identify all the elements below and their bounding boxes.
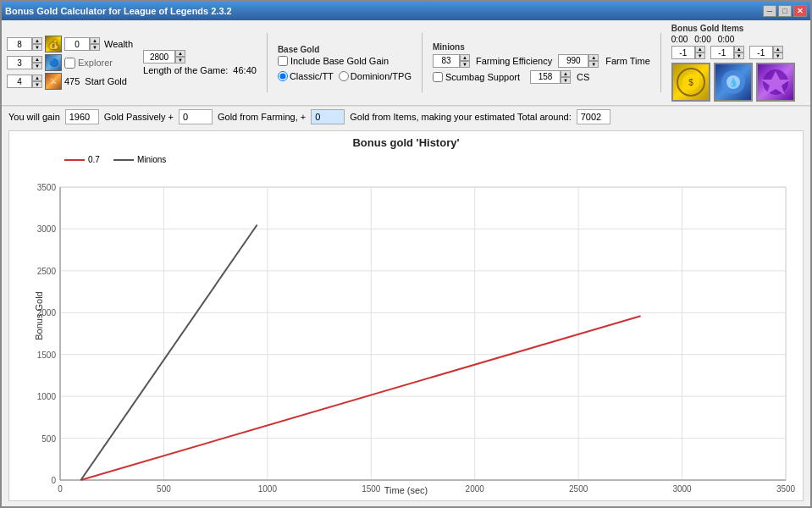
bgi-input1[interactable] (671, 46, 695, 59)
cs-input[interactable] (530, 70, 561, 84)
explorer-spinner[interactable]: ▲ ▼ (7, 56, 42, 69)
passively-value-box: 0 (179, 109, 213, 124)
start-gold-down-btn[interactable]: ▼ (32, 81, 42, 88)
gain-value: 1960 (69, 112, 90, 122)
wealth-val2-up-btn[interactable]: ▲ (90, 37, 100, 44)
bgi-spinner1[interactable]: ▲ ▼ (671, 46, 705, 59)
scumbag-row: Scumbag Support ▲ ▼ CS (433, 70, 650, 84)
dominion-radio[interactable] (339, 71, 349, 81)
wealth-down-btn[interactable]: ▼ (32, 44, 42, 51)
classic-label: Classic/TT (290, 71, 334, 81)
close-button[interactable]: ✕ (793, 5, 807, 17)
wealth-val2-down-btn[interactable]: ▼ (90, 44, 100, 51)
explorer-up-btn[interactable]: ▲ (32, 56, 42, 63)
passively-value: 0 (183, 112, 188, 122)
explorer-row: ▲ ▼ 🔵 Explorer (7, 54, 133, 71)
include-base-gold-checkbox[interactable] (278, 56, 288, 66)
length-label-row: Length of the Game: 46:40 (143, 65, 257, 75)
farming-eff-down-btn[interactable]: ▼ (588, 61, 599, 68)
bgi-down1-btn[interactable]: ▼ (695, 52, 705, 59)
length-of-game-value: 46:40 (233, 65, 257, 75)
chart-svg: 0500100015002000250030003500050010001500… (9, 149, 803, 501)
wealth-spinner[interactable]: ▲ ▼ (7, 37, 42, 51)
toolbar: ▲ ▼ 💰 ▲ ▼ Wealth (2, 20, 810, 106)
total-value: 7002 (581, 112, 601, 122)
svg-text:1500: 1500 (37, 351, 57, 360)
legend-line-1 (64, 159, 85, 161)
minions-label: Minions (433, 42, 650, 52)
game-length-spinner[interactable]: ▲ ▼ (143, 50, 185, 64)
chart-area: Bonus gold 'History' 0.7 Minions Bonus G… (8, 130, 804, 501)
svg-rect-7 (60, 187, 786, 480)
wealth-label: Wealth (104, 39, 133, 49)
wealth-val2-spinner[interactable]: ▲ ▼ (64, 37, 100, 51)
farming-eff-spinner[interactable]: ▲ ▼ (558, 54, 599, 68)
farming-label: Gold from Farming, + (218, 112, 306, 122)
bgi-time2: 0:00 (694, 35, 710, 44)
legend-item-1: 0.7 (64, 155, 100, 164)
start-gold-spinner[interactable]: ▲ ▼ (7, 75, 42, 88)
svg-text:500: 500 (41, 434, 56, 444)
minions-spinner[interactable]: ▲ ▼ (433, 54, 470, 68)
game-length-up-btn[interactable]: ▲ (175, 50, 185, 57)
chart-legend: 0.7 Minions (64, 155, 166, 164)
bgi-spinner3[interactable]: ▲ ▼ (749, 46, 783, 59)
start-gold-input[interactable] (7, 75, 32, 88)
dominion-label: Dominion/TPG (351, 71, 412, 81)
farming-value: 0 (315, 112, 320, 122)
cs-spinner[interactable]: ▲ ▼ (530, 70, 571, 84)
bgi-down2-btn[interactable]: ▼ (734, 52, 744, 59)
svg-text:3500: 3500 (37, 183, 57, 192)
game-length-row: ▲ ▼ (143, 50, 257, 64)
wealth-spinner-btns: ▲ ▼ (32, 37, 42, 51)
farm-time-label: Farm Time (605, 56, 650, 66)
game-length-input[interactable] (143, 50, 175, 64)
bgi-input3[interactable] (749, 46, 773, 59)
divider-1 (267, 33, 268, 92)
bgi-spinner2[interactable]: ▲ ▼ (710, 46, 744, 59)
start-gold-icon: ⚔ (45, 73, 62, 90)
bgi-times: 0:00 0:00 0:00 (671, 35, 734, 44)
start-gold-up-btn[interactable]: ▲ (32, 75, 42, 81)
minions-value-row: ▲ ▼ Farming Efficiency ▲ ▼ Farm Time (433, 54, 650, 68)
bonus-gold-items-section: Bonus Gold Items 0:00 0:00 0:00 ▲ ▼ (671, 24, 795, 102)
svg-text:$: $ (688, 78, 693, 87)
minions-input[interactable] (433, 54, 460, 68)
item-img-2[interactable]: 💧 (714, 63, 753, 102)
start-gold-extra: 475 (64, 76, 80, 86)
minimize-button[interactable]: ─ (763, 5, 776, 17)
bgi-input2[interactable] (710, 46, 734, 59)
bgi-up3-btn[interactable]: ▲ (773, 46, 783, 52)
cs-up-btn[interactable]: ▲ (561, 70, 571, 77)
bgi-down3-btn[interactable]: ▼ (773, 52, 783, 59)
legend-label-1: 0.7 (88, 155, 100, 164)
maximize-button[interactable]: □ (778, 5, 792, 17)
divider-2 (422, 33, 423, 92)
explorer-checkbox[interactable] (64, 58, 75, 69)
svg-text:2000: 2000 (466, 484, 485, 494)
total-value-box: 7002 (577, 109, 610, 124)
item-img-1[interactable]: $ (671, 63, 710, 102)
wealth-up-btn[interactable]: ▲ (32, 37, 42, 44)
game-length-down-btn[interactable]: ▼ (175, 57, 185, 64)
svg-text:2500: 2500 (37, 267, 57, 276)
explorer-down-btn[interactable]: ▼ (32, 63, 42, 69)
farming-eff-up-btn[interactable]: ▲ (588, 54, 599, 61)
bgi-up2-btn[interactable]: ▲ (734, 46, 744, 52)
cs-down-btn[interactable]: ▼ (561, 77, 571, 84)
bgi-time1: 0:00 (671, 35, 688, 44)
gain-value-box: 1960 (65, 109, 99, 124)
dominion-radio-label: Dominion/TPG (339, 71, 412, 81)
minions-up-btn[interactable]: ▲ (460, 54, 470, 61)
explorer-input[interactable] (7, 56, 32, 69)
minions-down-btn[interactable]: ▼ (460, 61, 470, 68)
farming-eff-input[interactable] (558, 54, 588, 68)
item-img-3[interactable] (756, 63, 795, 102)
chart-title: Bonus gold 'History' (9, 136, 803, 149)
gold-passively-label: Gold Passively + (104, 112, 174, 122)
wealth-val2-input[interactable] (64, 37, 90, 51)
scumbag-checkbox[interactable] (433, 72, 443, 82)
wealth-input[interactable] (7, 37, 32, 51)
classic-radio[interactable] (278, 71, 288, 81)
bgi-up1-btn[interactable]: ▲ (695, 46, 705, 52)
